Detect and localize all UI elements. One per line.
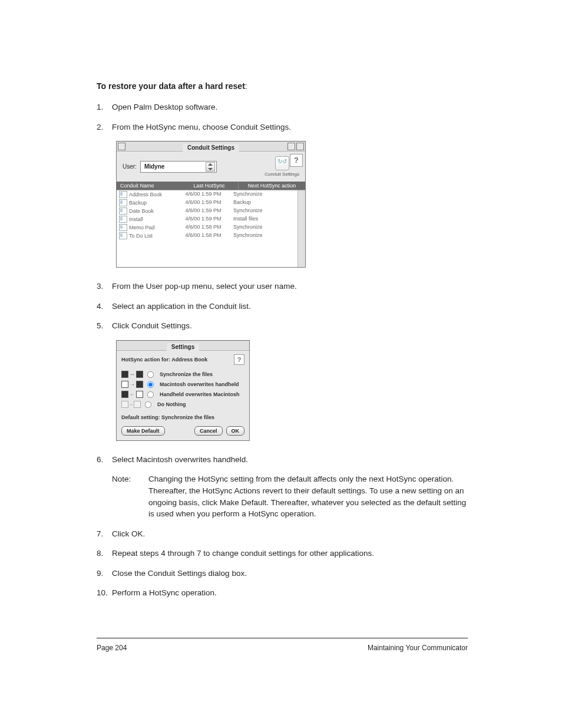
radio-button[interactable] bbox=[147, 381, 154, 388]
ok-button[interactable]: OK bbox=[226, 426, 245, 436]
figure-settings-dialog: Settings HotSync action for: Address Boo… bbox=[116, 340, 468, 441]
table-row: Backup4/6/00 1:59 PMBackup bbox=[117, 199, 305, 207]
option-do-nothing[interactable]: – Do Nothing bbox=[121, 401, 244, 409]
page-footer: Page 204 Maintaining Your Communicator bbox=[97, 644, 468, 652]
conduit-icon bbox=[119, 232, 127, 239]
list-item: 2. From the HotSync menu, choose Conduit… bbox=[97, 121, 468, 133]
list-item: 1. Open Palm Desktop software. bbox=[97, 101, 468, 113]
list-item: 7. Click OK. bbox=[97, 528, 468, 540]
radio-button[interactable] bbox=[147, 391, 154, 398]
conduit-table[interactable]: Address Book4/6/00 1:59 PMSynchronize Ba… bbox=[117, 190, 305, 267]
table-row: Address Book4/6/00 1:59 PMSynchronize bbox=[117, 190, 305, 199]
table-header: Conduit Name Last HotSync Next HotSync a… bbox=[117, 182, 305, 190]
stepper-icon[interactable] bbox=[206, 162, 215, 172]
conduit-icon bbox=[119, 191, 127, 198]
footer-divider bbox=[97, 638, 468, 638]
conduit-icon bbox=[119, 224, 127, 231]
close-icon[interactable] bbox=[118, 143, 125, 150]
footer-title: Maintaining Your Communicator bbox=[368, 644, 468, 652]
step-list: 3. From the User pop-up menu, select you… bbox=[97, 281, 468, 332]
zoom-icon[interactable] bbox=[287, 143, 295, 150]
radio-button[interactable] bbox=[145, 401, 151, 408]
list-item: 9. Close the Conduit Settings dialog box… bbox=[97, 568, 468, 579]
table-row: Memo Pad4/6/00 1:58 PMSynchronize bbox=[117, 223, 305, 232]
conduit-icon bbox=[119, 216, 127, 223]
dialog-subtitle: HotSync action for: Address Book bbox=[121, 357, 207, 363]
list-item: 3. From the User pop-up menu, select you… bbox=[97, 281, 468, 292]
collapse-icon[interactable] bbox=[296, 143, 304, 150]
option-synchronize[interactable]: ↔ Synchronize the files bbox=[121, 371, 244, 378]
table-row: To Do List4/6/00 1:58 PMSynchronize bbox=[117, 232, 305, 240]
list-item: 10. Perform a HotSync operation. bbox=[97, 587, 468, 599]
list-item: 4. Select an application in the Conduit … bbox=[97, 301, 468, 312]
user-dropdown[interactable]: Midyne bbox=[140, 161, 217, 173]
cancel-button[interactable]: Cancel bbox=[194, 426, 223, 436]
help-button[interactable]: ? bbox=[290, 154, 303, 167]
sync-icon bbox=[275, 156, 289, 170]
table-row: Date Book4/6/00 1:59 PMSynchronize bbox=[117, 207, 305, 215]
make-default-button[interactable]: Make Default bbox=[121, 426, 165, 436]
conduit-icon bbox=[119, 207, 127, 215]
step-list: 6. Select Macintosh overwrites handheld.… bbox=[97, 454, 468, 599]
note-block: Note: Changing the HotSync setting from … bbox=[112, 473, 468, 519]
window-titlebar: Settings bbox=[117, 341, 249, 351]
section-heading: To restore your data after a hard reset: bbox=[97, 81, 468, 91]
page-number: Page 204 bbox=[97, 644, 127, 652]
window-titlebar: Conduit Settings bbox=[117, 141, 305, 151]
option-hh-overwrites[interactable]: ← Handheld overwrites Macintosh bbox=[121, 391, 244, 398]
radio-button[interactable] bbox=[147, 371, 154, 378]
default-setting-label: Default setting: Synchronize the files bbox=[121, 414, 244, 420]
figure-conduit-settings: Conduit Settings User: Midyne Conduit Se… bbox=[116, 141, 468, 268]
help-button[interactable]: ? bbox=[234, 354, 244, 365]
list-item: 8. Repeat steps 4 through 7 to change co… bbox=[97, 548, 468, 559]
option-mac-overwrites[interactable]: → Macintosh overwrites handheld bbox=[121, 381, 244, 388]
user-label: User: bbox=[123, 163, 137, 170]
list-item: 6. Select Macintosh overwrites handheld.… bbox=[97, 454, 468, 520]
step-list: 1. Open Palm Desktop software. 2. From t… bbox=[97, 101, 468, 133]
list-item: 5. Click Conduit Settings. bbox=[97, 320, 468, 332]
conduit-icon bbox=[119, 199, 127, 206]
table-row: Install4/6/00 1:59 PMInstall files bbox=[117, 215, 305, 223]
